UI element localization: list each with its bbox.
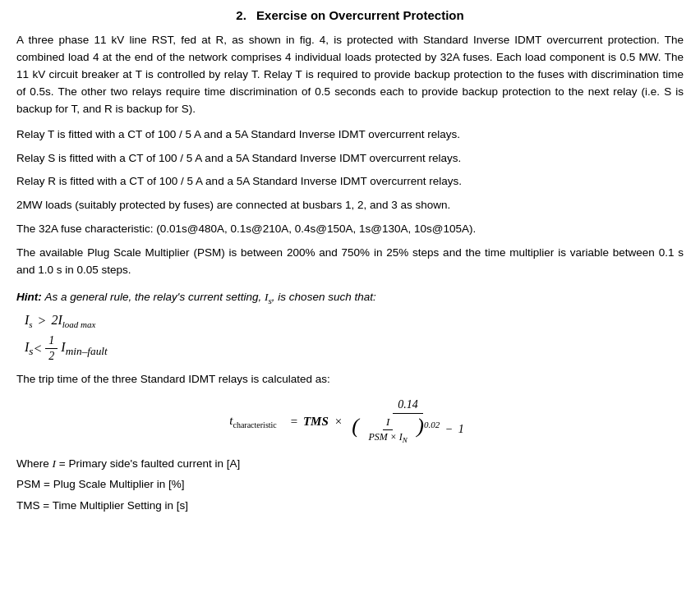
gt-sign-1: >: [38, 314, 47, 328]
close-paren: ): [417, 414, 424, 438]
Is2-rhs: Imin–fault: [61, 340, 107, 358]
open-paren: (: [352, 414, 359, 438]
is-formula-2: Is < 1 2 Imin–fault: [25, 334, 684, 363]
half-den: 2: [45, 349, 58, 363]
section-heading-text: Exercise on Overcurrent Protection: [256, 8, 464, 22]
relay-t-line: Relay T is fitted with a CT of 100 / 5 A…: [16, 126, 684, 144]
fuse-line: The 32A fuse characteristic: (0.01s@480A…: [16, 221, 684, 238]
IN-sub: N: [403, 437, 408, 445]
inner-num: I: [383, 415, 393, 430]
tms-def: TMS = Time Multiplier Setting in [s]: [16, 497, 684, 515]
where-I: I: [53, 457, 57, 470]
Is2-lhs: Is: [25, 340, 34, 358]
psm-def: PSM = Plug Scale Multiplier in [%]: [16, 475, 684, 494]
relay-r-line: Relay R is fitted with a CT of 100 / 5 A…: [16, 173, 684, 191]
minus-one: 1: [458, 423, 464, 435]
formula-lhs: tcharacteristic: [229, 414, 276, 429]
half-num: 1: [45, 334, 58, 349]
paragraph-1: A three phase 11 kV line RST, fed at R, …: [16, 32, 684, 118]
exponent: 0.02: [424, 420, 440, 430]
where-line: Where I = Primary side's faulted current…: [16, 455, 684, 473]
section-number: 2.: [236, 8, 246, 22]
main-numerator: 0.14: [393, 398, 423, 414]
main-formula-container: tcharacteristic = TMS × 0.14 ( I PSM × I…: [16, 398, 684, 444]
section-title: 2. Exercise on Overcurrent Protection: [16, 8, 684, 22]
page-container: 2. Exercise on Overcurrent Protection A …: [0, 0, 700, 535]
times-sign: ×: [335, 415, 342, 429]
where-rest: = Primary side's faulted current in [A]: [59, 457, 241, 470]
where-keyword: Where: [16, 457, 53, 470]
half-fraction: 1 2: [45, 334, 58, 363]
Is1-rhs: 2Iload max: [51, 313, 95, 329]
main-denominator: ( I PSM × IN )0.02 − 1: [348, 414, 467, 444]
psm-line: The available Plug Scale Multiplier (PSM…: [16, 245, 684, 279]
is-formula-1: Is > 2Iload max: [25, 313, 684, 329]
hint-line: Hint: As a general rule, the relay's cur…: [16, 289, 684, 308]
minus-sign: −: [445, 423, 453, 435]
inner-fraction: I PSM × IN: [365, 415, 410, 444]
trip-time-line: The trip time of the three Standard IDMT…: [16, 371, 684, 388]
hint-label: Hint:: [16, 291, 45, 303]
characteristic-sub: characteristic: [233, 420, 276, 429]
hint-body: As a general rule, the relay's current s…: [45, 291, 376, 303]
Is1-lhs: Is: [25, 313, 33, 329]
loads-line: 2MW loads (suitably protected by fuses) …: [16, 197, 684, 214]
relay-s-line: Relay S is fitted with a CT of 100 / 5 A…: [16, 150, 684, 168]
lt-sign: <: [34, 342, 43, 356]
Is-hint: Is: [265, 291, 272, 303]
tms-label: TMS: [303, 415, 329, 429]
denom-fraction-wrapper: I PSM × IN: [362, 423, 417, 435]
main-fraction: 0.14 ( I PSM × IN )0.02 − 1: [348, 398, 467, 444]
equals-sign: =: [290, 415, 298, 429]
inner-den: PSM × IN: [365, 430, 410, 444]
